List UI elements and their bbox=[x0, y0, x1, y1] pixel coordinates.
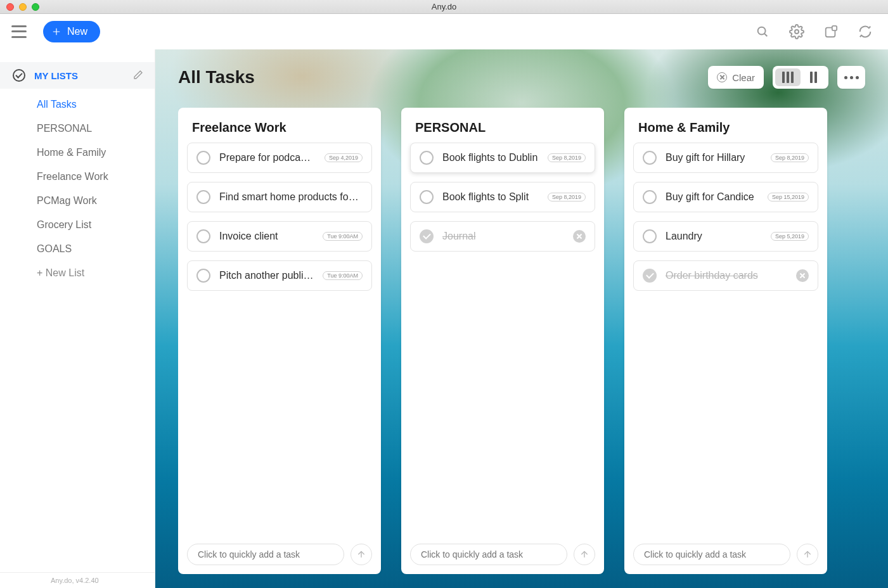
task-label: Book flights to Dublin bbox=[442, 152, 539, 163]
pencil-icon[interactable] bbox=[133, 70, 143, 82]
task-date-badge: Sep 15,2019 bbox=[768, 193, 809, 201]
task-row[interactable]: Invoice clientTue 9:00AM bbox=[187, 221, 372, 252]
task-label: Pitch another public… bbox=[219, 270, 314, 281]
sidebar-item[interactable]: PERSONAL bbox=[0, 117, 155, 141]
sidebar-item[interactable]: Grocery List bbox=[0, 213, 155, 237]
task-date-badge: Sep 8,2019 bbox=[771, 153, 809, 162]
app-topbar: New bbox=[0, 14, 888, 49]
task-row[interactable]: Order birthday cards bbox=[633, 260, 818, 291]
task-row[interactable]: Buy gift for HillarySep 8,2019 bbox=[633, 143, 818, 173]
sidebar-section-my-lists[interactable]: MY LISTS bbox=[0, 62, 155, 89]
task-row[interactable]: Pitch another public…Tue 9:00AM bbox=[187, 260, 372, 291]
check-circle-icon bbox=[13, 69, 25, 82]
task-checkbox[interactable] bbox=[420, 151, 434, 165]
sidebar-version-label: Any.do, v4.2.40 bbox=[0, 572, 155, 588]
task-row[interactable]: Prepare for podcast i…Sep 4,2019 bbox=[187, 143, 372, 173]
quick-add-submit[interactable] bbox=[574, 544, 595, 565]
quick-add-input[interactable] bbox=[410, 544, 567, 565]
sidebar-item[interactable]: PCMag Work bbox=[0, 189, 155, 213]
new-button[interactable]: New bbox=[43, 21, 100, 42]
search-icon[interactable] bbox=[755, 24, 770, 39]
x-circle-icon bbox=[717, 72, 727, 82]
svg-point-2 bbox=[795, 30, 799, 34]
sidebar-item[interactable]: Freelance Work bbox=[0, 165, 155, 189]
quick-add-input[interactable] bbox=[633, 544, 790, 565]
sidebar-item[interactable]: All Tasks bbox=[0, 93, 155, 117]
menu-icon[interactable] bbox=[11, 25, 27, 38]
task-checkbox[interactable] bbox=[643, 229, 657, 243]
svg-rect-4 bbox=[832, 25, 837, 30]
board-column: Home & FamilyBuy gift for HillarySep 8,2… bbox=[624, 108, 827, 574]
task-row[interactable]: Book flights to SplitSep 8,2019 bbox=[410, 182, 595, 212]
quick-add-input[interactable] bbox=[187, 544, 344, 565]
task-remove-icon[interactable] bbox=[796, 269, 809, 282]
column-title: Freelance Work bbox=[178, 108, 381, 143]
task-checkbox[interactable] bbox=[420, 229, 434, 243]
column-title: Home & Family bbox=[624, 108, 827, 143]
task-row[interactable]: Buy gift for CandiceSep 15,2019 bbox=[633, 182, 818, 212]
popout-icon[interactable] bbox=[823, 24, 839, 39]
task-label: Laundry bbox=[666, 231, 762, 242]
sidebar-item[interactable]: GOALS bbox=[0, 237, 155, 261]
clear-button-label: Clear bbox=[732, 72, 755, 83]
more-button[interactable] bbox=[837, 66, 865, 89]
sidebar-item[interactable]: Home & Family bbox=[0, 141, 155, 165]
window-titlebar: Any.do bbox=[0, 0, 888, 14]
task-label: Order birthday cards bbox=[666, 270, 787, 281]
view-3col-button[interactable] bbox=[775, 68, 801, 86]
task-date-badge: Sep 8,2019 bbox=[548, 153, 586, 162]
plus-icon bbox=[52, 27, 61, 36]
board-column: Freelance WorkPrepare for podcast i…Sep … bbox=[178, 108, 381, 574]
view-toggle bbox=[773, 66, 828, 89]
task-label: Find smart home products fo… bbox=[219, 191, 363, 203]
column-title: PERSONAL bbox=[401, 108, 604, 143]
view-2col-button[interactable] bbox=[801, 68, 826, 86]
task-label: Journal bbox=[442, 231, 564, 242]
board: All Tasks Clear Freelance WorkPrepare fo… bbox=[155, 49, 888, 588]
clear-button[interactable]: Clear bbox=[708, 66, 764, 89]
task-checkbox[interactable] bbox=[196, 151, 210, 165]
sync-icon[interactable] bbox=[858, 24, 873, 39]
task-row[interactable]: Find smart home products fo… bbox=[187, 182, 372, 212]
task-checkbox[interactable] bbox=[196, 229, 210, 243]
sidebar: MY LISTS All TasksPERSONALHome & FamilyF… bbox=[0, 49, 155, 588]
window-close-button[interactable] bbox=[6, 3, 14, 11]
task-checkbox[interactable] bbox=[643, 190, 657, 204]
task-row[interactable]: Journal bbox=[410, 221, 595, 252]
gear-icon[interactable] bbox=[789, 24, 804, 39]
svg-line-1 bbox=[764, 34, 767, 36]
quick-add-submit[interactable] bbox=[351, 544, 372, 565]
window-zoom-button[interactable] bbox=[32, 3, 39, 11]
window-title: Any.do bbox=[0, 2, 888, 11]
task-date-badge: Tue 9:00AM bbox=[323, 232, 363, 241]
sidebar-section-title: MY LISTS bbox=[34, 70, 78, 81]
task-row[interactable]: LaundrySep 5,2019 bbox=[633, 221, 818, 252]
task-date-badge: Sep 4,2019 bbox=[325, 153, 363, 162]
svg-point-0 bbox=[758, 27, 766, 34]
task-label: Invoice client bbox=[219, 231, 314, 242]
task-date-badge: Tue 9:00AM bbox=[323, 271, 363, 280]
quick-add-submit[interactable] bbox=[797, 544, 818, 565]
task-remove-icon[interactable] bbox=[573, 230, 586, 243]
task-checkbox[interactable] bbox=[420, 190, 434, 204]
task-label: Prepare for podcast i… bbox=[219, 152, 316, 163]
task-row[interactable]: Book flights to DublinSep 8,2019 bbox=[410, 143, 595, 173]
task-label: Buy gift for Candice bbox=[666, 191, 759, 203]
task-checkbox[interactable] bbox=[643, 151, 657, 165]
new-button-label: New bbox=[67, 26, 87, 37]
task-checkbox[interactable] bbox=[196, 190, 210, 204]
task-date-badge: Sep 5,2019 bbox=[771, 232, 809, 241]
board-column: PERSONALBook flights to DublinSep 8,2019… bbox=[401, 108, 604, 574]
task-checkbox[interactable] bbox=[643, 269, 657, 283]
task-label: Buy gift for Hillary bbox=[666, 152, 762, 163]
task-checkbox[interactable] bbox=[196, 269, 210, 283]
sidebar-new-list[interactable]: + New List bbox=[0, 261, 155, 285]
board-title: All Tasks bbox=[178, 67, 255, 87]
task-date-badge: Sep 8,2019 bbox=[548, 193, 586, 201]
task-label: Book flights to Split bbox=[442, 191, 539, 203]
window-minimize-button[interactable] bbox=[19, 3, 27, 11]
